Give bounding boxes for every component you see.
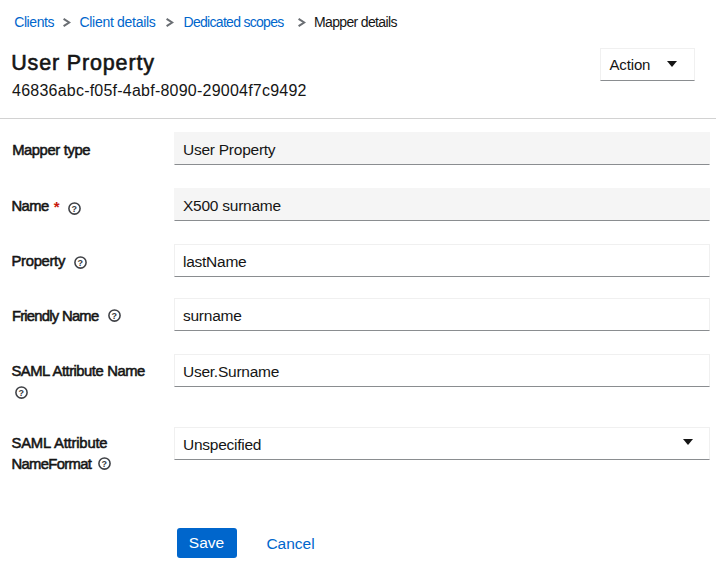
svg-text:?: ? [72,204,78,214]
svg-text:?: ? [19,388,25,398]
svg-text:?: ? [77,257,83,267]
svg-text:?: ? [102,459,108,469]
svg-text:?: ? [112,311,118,321]
